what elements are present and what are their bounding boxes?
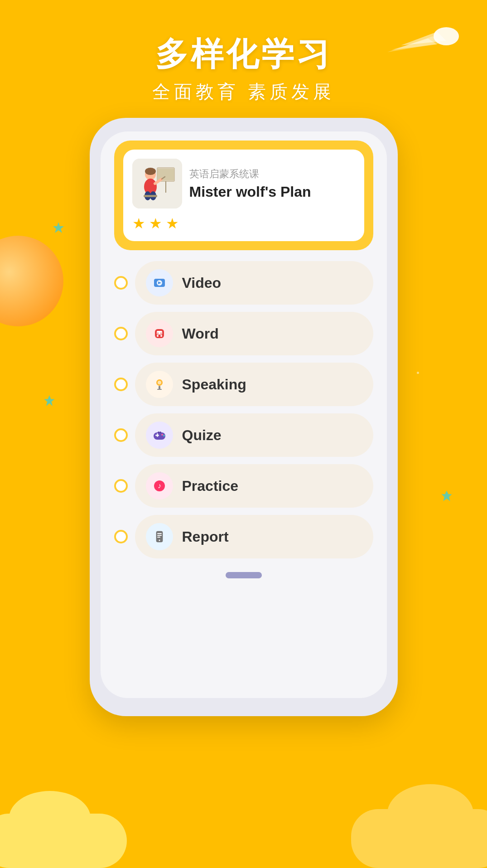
menu-item-video: Video <box>114 261 373 305</box>
phone-mockup: 英语启蒙系统课 Mister wolf's Plan ★ ★ ★ <box>90 118 398 716</box>
cloud-right <box>351 809 487 868</box>
video-button[interactable]: Video <box>135 261 373 305</box>
svg-point-34 <box>158 381 161 384</box>
word-label: Word <box>182 325 219 342</box>
planet-decoration <box>0 236 63 326</box>
video-label: Video <box>182 275 222 291</box>
svg-rect-48 <box>157 533 162 534</box>
svg-rect-50 <box>157 537 160 538</box>
speaking-icon <box>146 371 173 398</box>
svg-point-12 <box>145 168 156 175</box>
quize-button[interactable]: Quize <box>135 413 373 457</box>
speaking-label: Speaking <box>182 376 246 393</box>
menu-dot-practice <box>114 479 128 493</box>
gem-star-3 <box>440 490 453 502</box>
bg-dot-2 <box>417 372 419 374</box>
quize-label: Quize <box>182 427 222 444</box>
svg-rect-25 <box>157 331 162 335</box>
practice-icon: ♪ <box>146 472 173 499</box>
svg-point-39 <box>161 434 163 436</box>
svg-rect-33 <box>157 389 162 390</box>
gem-star-1 <box>52 221 65 234</box>
course-stars: ★ ★ ★ <box>132 215 355 232</box>
star-3: ★ <box>166 215 179 232</box>
menu-item-quize: Quize <box>114 413 373 457</box>
svg-rect-41 <box>158 432 159 433</box>
svg-point-27 <box>160 335 162 337</box>
report-icon <box>146 523 173 550</box>
course-subtitle: 英语启蒙系统课 <box>189 167 355 181</box>
cloud-left <box>0 814 127 868</box>
clouds-bottom <box>0 777 487 868</box>
svg-rect-38 <box>157 433 158 437</box>
menu-dot-quize <box>114 428 128 442</box>
svg-point-51 <box>159 540 160 541</box>
menu-dot-video <box>114 276 128 290</box>
svg-point-26 <box>157 335 159 337</box>
course-card-top: 英语启蒙系统课 Mister wolf's Plan <box>132 159 355 209</box>
svg-point-40 <box>163 435 165 436</box>
course-card: 英语启蒙系统课 Mister wolf's Plan ★ ★ ★ <box>123 150 364 241</box>
report-label: Report <box>182 529 229 545</box>
gem-star-2 <box>43 394 56 407</box>
menu-item-word: Word <box>114 312 373 355</box>
svg-rect-49 <box>157 535 162 536</box>
star-1: ★ <box>132 215 145 232</box>
report-button[interactable]: Report <box>135 515 373 558</box>
home-indicator <box>226 572 262 578</box>
header-title: 多样化学习 <box>0 36 487 72</box>
svg-marker-6 <box>442 491 452 501</box>
course-card-wrapper[interactable]: 英语启蒙系统课 Mister wolf's Plan ★ ★ ★ <box>114 141 373 250</box>
menu-item-speaking: Speaking <box>114 363 373 406</box>
course-title: Mister wolf's Plan <box>189 184 355 200</box>
svg-rect-28 <box>157 333 159 334</box>
quize-icon <box>146 422 173 449</box>
star-2: ★ <box>149 215 162 232</box>
menu-list: Video <box>114 261 373 558</box>
svg-rect-32 <box>159 386 160 389</box>
menu-item-practice: ♪ Practice <box>114 464 373 508</box>
practice-button[interactable]: ♪ Practice <box>135 464 373 508</box>
video-icon <box>146 269 173 296</box>
menu-dot-report <box>114 530 128 543</box>
course-illustration <box>132 159 182 209</box>
word-button[interactable]: Word <box>135 312 373 355</box>
speaking-button[interactable]: Speaking <box>135 363 373 406</box>
svg-marker-4 <box>53 222 64 233</box>
svg-rect-29 <box>160 333 162 334</box>
svg-text:♪: ♪ <box>158 482 161 490</box>
menu-item-report: Report <box>114 515 373 558</box>
header: 多样化学习 全面教育 素质发展 <box>0 36 487 104</box>
word-icon <box>146 320 173 347</box>
phone-inner: 英语启蒙系统课 Mister wolf's Plan ★ ★ ★ <box>101 131 387 698</box>
svg-rect-42 <box>159 432 161 433</box>
svg-marker-5 <box>44 395 54 406</box>
menu-dot-word <box>114 327 128 340</box>
header-subtitle: 全面教育 素质发展 <box>0 79 487 104</box>
menu-dot-speaking <box>114 378 128 391</box>
course-info: 英语启蒙系统课 Mister wolf's Plan <box>189 167 355 200</box>
practice-label: Practice <box>182 478 239 495</box>
svg-rect-18 <box>144 195 157 197</box>
